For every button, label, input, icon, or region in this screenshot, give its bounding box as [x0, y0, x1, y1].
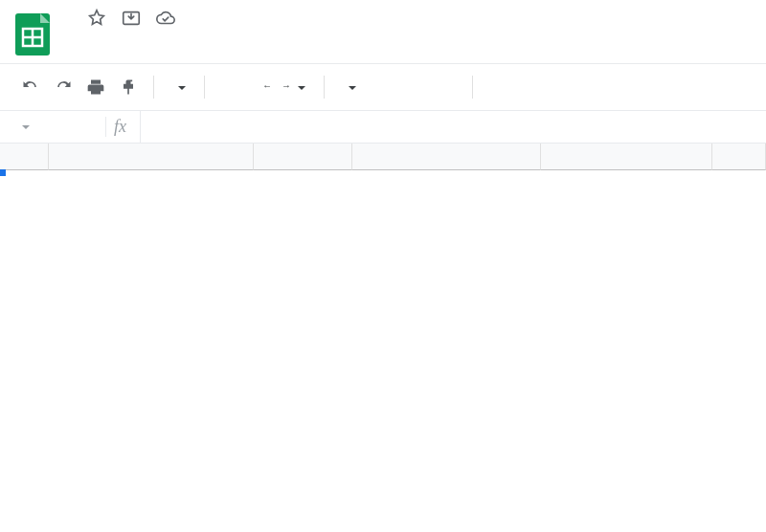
menu-data[interactable]: [170, 33, 190, 40]
zoom-dropdown[interactable]: [166, 79, 192, 96]
selection-rect: [0, 170, 4, 174]
formula-input[interactable]: [140, 111, 766, 143]
menu-insert[interactable]: [128, 33, 147, 40]
select-all-corner[interactable]: [0, 144, 49, 170]
spreadsheet-grid[interactable]: [0, 144, 766, 170]
col-header-b[interactable]: [254, 144, 352, 170]
chevron-down-icon: [177, 79, 187, 96]
chevron-down-icon: [297, 79, 306, 96]
menu-view[interactable]: [107, 33, 126, 40]
sheets-logo[interactable]: [10, 11, 56, 57]
col-header-c[interactable]: [352, 144, 541, 170]
fill-handle[interactable]: [0, 169, 6, 176]
fx-icon: fx: [105, 117, 140, 137]
formula-bar: fx: [0, 111, 766, 144]
paint-format-button[interactable]: [115, 74, 142, 100]
toolbar: ← →: [0, 64, 766, 111]
undo-button[interactable]: [17, 74, 44, 100]
title-area: [65, 8, 756, 40]
move-icon[interactable]: [121, 8, 142, 29]
menu-extensions[interactable]: [213, 33, 232, 40]
menu-help[interactable]: [234, 33, 253, 40]
menu-edit[interactable]: [86, 33, 105, 40]
font-dropdown[interactable]: [336, 79, 461, 96]
menubar: [65, 33, 756, 40]
redo-button[interactable]: [50, 74, 77, 100]
chevron-down-icon: [348, 79, 357, 96]
document-title[interactable]: [65, 16, 73, 20]
menu-tools[interactable]: [192, 33, 211, 40]
name-box[interactable]: [0, 119, 105, 136]
column-headers: [0, 144, 766, 170]
chevron-down-icon: [21, 119, 31, 136]
col-header-a[interactable]: [49, 144, 254, 170]
star-icon[interactable]: [86, 8, 107, 29]
print-button[interactable]: [82, 74, 109, 100]
menu-file[interactable]: [65, 33, 84, 40]
menu-format[interactable]: [149, 33, 169, 40]
col-header-d[interactable]: [541, 144, 711, 170]
header: [0, 0, 766, 57]
cloud-status-icon[interactable]: [155, 8, 176, 29]
col-header-e[interactable]: [712, 144, 766, 170]
